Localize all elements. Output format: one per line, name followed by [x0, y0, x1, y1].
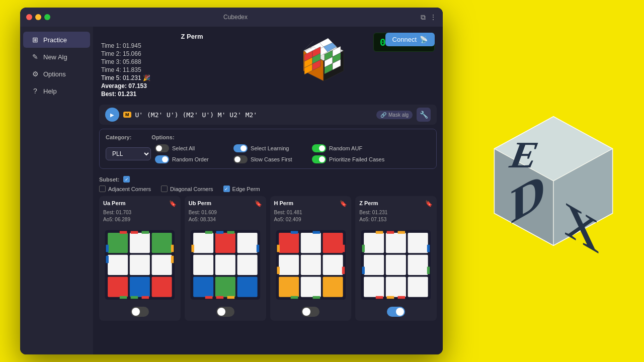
svg-rect-59: [216, 231, 223, 233]
toggle-random-order-switch[interactable]: [155, 155, 169, 163]
svg-rect-47: [171, 256, 174, 263]
card-ub-perm-name: Ub Perm: [189, 200, 211, 206]
svg-rect-29: [108, 233, 128, 253]
ua-best: Best: 01.703: [103, 209, 177, 216]
bookmark-z-perm[interactable]: 🔖: [425, 200, 433, 207]
close-button[interactable]: [26, 14, 32, 20]
maximize-button[interactable]: [44, 14, 50, 20]
toggle-random-auf-switch[interactable]: [312, 144, 326, 152]
bookmark-h-perm[interactable]: 🔖: [340, 200, 347, 207]
cards-grid: Ua Perm 🔖 Best: 01.703 Ao5: 06.289: [99, 196, 437, 321]
card-ua-perm-name: Ua Perm: [103, 200, 126, 206]
minimize-button[interactable]: [35, 14, 41, 20]
svg-rect-72: [323, 255, 343, 275]
svg-rect-68: [300, 233, 320, 253]
play-button[interactable]: ▶: [105, 108, 119, 122]
card-ua-perm: Ua Perm 🔖 Best: 01.703 Ao5: 06.289: [99, 196, 181, 321]
bookmark-ua-perm[interactable]: 🔖: [169, 200, 177, 207]
svg-rect-57: [237, 277, 257, 297]
card-z-perm-stats: Best: 01.231 Ao5: 07.153: [359, 209, 433, 223]
z-best: Best: 01.231: [359, 209, 433, 216]
card-ub-perm-toggle[interactable]: [216, 307, 234, 317]
subset-check-mark: ✓: [125, 177, 129, 182]
svg-rect-45: [106, 256, 108, 263]
card-ub-perm-cube: [189, 227, 262, 303]
category-select[interactable]: PLL OLL F2L: [106, 147, 151, 160]
svg-rect-96: [398, 231, 406, 233]
options-label: Options:: [151, 134, 174, 140]
svg-rect-98: [387, 296, 394, 299]
stats-time-5: Time 5: 01.231 🎉: [101, 74, 283, 81]
mask-alg-button[interactable]: 🔗 Mask alg: [376, 111, 413, 119]
card-h-perm-header: H Perm 🔖: [274, 200, 348, 207]
toggle-random-order: Random Order: [155, 155, 227, 163]
svg-rect-39: [131, 231, 138, 233]
toggle-select-learning-switch[interactable]: [233, 144, 248, 152]
svg-rect-33: [130, 255, 150, 275]
sidebar: ⊞ Practice ✎ New Alg ⚙ Options ? Help: [20, 27, 93, 354]
svg-rect-76: [290, 231, 298, 233]
svg-rect-75: [323, 277, 343, 297]
toggle-prioritize-failed: Prioritize Failed Cases: [312, 155, 384, 163]
svg-rect-52: [193, 255, 213, 275]
toggle-prioritize-failed-switch[interactable]: [312, 155, 326, 163]
svg-rect-40: [142, 231, 149, 233]
svg-rect-67: [279, 233, 299, 253]
sidebar-item-help[interactable]: ? Help: [23, 83, 90, 99]
bookmark-ub-perm[interactable]: 🔖: [255, 200, 262, 207]
h-best: Best: 01.481: [274, 209, 348, 216]
time-1-label: Time 1:: [101, 42, 123, 49]
stats-panel: Z Perm Time 1: 01.945 Time 2: 15.066 Tim…: [101, 33, 283, 99]
svg-rect-70: [279, 255, 299, 275]
svg-rect-56: [215, 277, 235, 297]
algorithm-text: U' (M2' U') (M2' U') M' U2' M2': [135, 111, 372, 119]
sidebar-item-practice[interactable]: ⊞ Practice: [23, 32, 90, 48]
toggle-slow-cases-switch[interactable]: [233, 155, 248, 163]
svg-rect-60: [227, 231, 234, 233]
card-ua-perm-toggle[interactable]: [131, 307, 149, 317]
svg-rect-35: [108, 277, 128, 297]
diagonal-corners-label: Diagonal Corners: [170, 186, 213, 192]
diagonal-corners-checkbox[interactable]: [161, 186, 168, 192]
card-z-perm: Z Perm 🔖 Best: 01.231 Ao5: 07.153: [355, 196, 437, 321]
options-panel: Category: Options: PLL OLL F2L Select Al…: [99, 129, 437, 169]
svg-rect-101: [362, 267, 365, 275]
svg-rect-91: [364, 277, 384, 297]
edge-perm-label: Edge Perm: [232, 186, 260, 192]
mask-icon: 🔗: [380, 112, 386, 118]
connect-button[interactable]: Connect 📡: [385, 33, 435, 46]
svg-rect-61: [205, 296, 213, 299]
toggle-random-auf: Random AUF: [312, 144, 384, 152]
toggle-select-learning: Select Learning: [233, 144, 306, 152]
alg-badge: M: [123, 112, 131, 118]
card-h-perm-toggle[interactable]: [301, 307, 319, 317]
sidebar-item-new-alg[interactable]: ✎ New Alg: [23, 49, 90, 65]
toggle-random-auf-label: Random AUF: [329, 145, 362, 151]
toggle-select-all-switch[interactable]: [155, 144, 169, 152]
sidebar-label-practice: Practice: [43, 36, 67, 44]
rubiks-cube-3d: [293, 36, 354, 96]
svg-rect-69: [323, 233, 343, 253]
svg-rect-34: [152, 255, 172, 275]
window-menu-icon[interactable]: ⋮: [430, 13, 437, 22]
sidebar-label-help: Help: [43, 87, 57, 95]
sidebar-item-options[interactable]: ⚙ Options: [23, 66, 90, 82]
toggle-select-learning-label: Select Learning: [251, 145, 289, 151]
card-z-perm-toggle[interactable]: [387, 307, 405, 317]
time-3-label: Time 3:: [101, 58, 123, 65]
wrench-button[interactable]: 🔧: [417, 108, 431, 122]
edge-perm-checkbox[interactable]: ✓: [223, 186, 230, 192]
card-h-perm-name: H Perm: [274, 200, 294, 206]
card-ub-perm: Ub Perm 🔖 Best: 01.609 Ao5: 08.334: [185, 196, 266, 321]
card-ub-perm-header: Ub Perm 🔖: [189, 200, 262, 207]
subset-main-checkbox[interactable]: ✓: [123, 176, 130, 183]
window-expand-icon[interactable]: ⧉: [421, 13, 426, 22]
svg-rect-93: [408, 277, 428, 297]
average-label: Average:: [101, 82, 127, 89]
svg-rect-81: [277, 267, 279, 275]
stats-time-2: Time 2: 15.066: [101, 50, 283, 57]
svg-rect-58: [205, 231, 213, 233]
stats-best: Best: 01.231: [101, 90, 283, 98]
z-ao5: Ao5: 07.153: [359, 216, 433, 223]
adjacent-corners-checkbox[interactable]: [99, 186, 106, 192]
